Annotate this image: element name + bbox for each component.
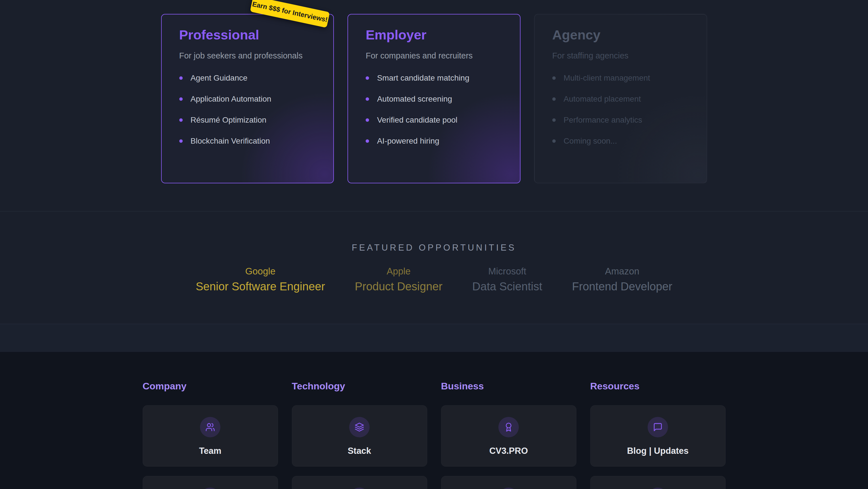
footer-column-company: Company Team xyxy=(143,381,278,467)
bullet-dot-icon xyxy=(179,139,183,143)
footer-card-label: Stack xyxy=(348,446,371,456)
footer-card-cv3pro[interactable]: CV3.PRO xyxy=(441,405,577,467)
icon-circle xyxy=(648,488,668,489)
plan-card-agency: Agency For staffing agencies Multi-clien… xyxy=(534,14,707,183)
feature-item: Automated screening xyxy=(366,95,502,103)
layers-icon xyxy=(354,422,364,432)
bullet-dot-icon xyxy=(366,139,369,143)
footer-column-heading: Company xyxy=(143,381,278,391)
feature-label: Automated screening xyxy=(377,95,452,103)
job-title: Product Designer xyxy=(355,281,442,292)
plans-row: Professional For job seekers and profess… xyxy=(161,14,707,183)
bullet-dot-icon xyxy=(552,97,556,101)
featured-job-amazon[interactable]: Amazon Frontend Developer xyxy=(572,266,673,292)
bullet-dot-icon xyxy=(179,97,183,101)
icon-circle xyxy=(200,488,220,489)
feature-label: Performance analytics xyxy=(564,116,642,124)
job-title: Data Scientist xyxy=(472,281,542,292)
site-footer: Company Team Technology xyxy=(0,352,868,489)
plan-feature-list: Agent Guidance Application Automation Ré… xyxy=(179,74,316,145)
footer-inner: Company Team Technology xyxy=(143,381,725,489)
feature-item: Verified candidate pool xyxy=(366,116,502,124)
featured-job-google[interactable]: Google Senior Software Engineer xyxy=(196,266,325,292)
feature-label: Multi-client management xyxy=(564,74,650,82)
feature-label: Verified candidate pool xyxy=(377,116,457,124)
footer-column-resources: Resources Blog | Updates xyxy=(590,381,725,467)
users-icon xyxy=(205,422,215,432)
featured-heading: FEATURED OPPORTUNITIES xyxy=(0,243,868,253)
footer-column-heading: Business xyxy=(441,381,577,391)
feature-item: Blockchain Verification xyxy=(179,137,316,145)
icon-circle xyxy=(498,417,519,437)
plan-title: Professional xyxy=(179,28,316,41)
footer-column-heading: Technology xyxy=(292,381,427,391)
icon-circle xyxy=(349,488,370,489)
plan-feature-list: Multi-client management Automated placem… xyxy=(552,74,689,145)
footer-card-partial[interactable] xyxy=(292,476,427,489)
footer-card-label: Blog | Updates xyxy=(627,446,688,456)
bullet-dot-icon xyxy=(552,76,556,80)
bullet-dot-icon xyxy=(552,118,556,122)
bullet-dot-icon xyxy=(366,118,369,122)
footer-column-technology: Technology Stack xyxy=(292,381,427,467)
plan-card-employer[interactable]: Employer For companies and recruiters Sm… xyxy=(347,14,521,183)
footer-grid-row2 xyxy=(143,476,725,489)
footer-card-team[interactable]: Team xyxy=(143,405,278,467)
feature-label: Application Automation xyxy=(191,95,272,103)
featured-row: Google Senior Software Engineer Apple Pr… xyxy=(0,266,868,292)
bullet-dot-icon xyxy=(366,76,369,80)
icon-circle xyxy=(200,417,220,437)
footer-column-business: Business CV3.PRO xyxy=(441,381,577,467)
feature-item: Agent Guidance xyxy=(179,74,316,82)
footer-grid: Company Team Technology xyxy=(143,381,725,467)
footer-card-partial[interactable] xyxy=(143,476,278,489)
plan-subtitle: For staffing agencies xyxy=(552,52,689,60)
job-title: Frontend Developer xyxy=(572,281,673,292)
icon-circle xyxy=(498,488,519,489)
footer-column-heading: Resources xyxy=(590,381,725,391)
feature-item: Smart candidate matching xyxy=(366,74,502,82)
plan-title: Employer xyxy=(366,28,502,41)
footer-card-label: CV3.PRO xyxy=(489,446,528,456)
feature-item: Résumé Optimization xyxy=(179,116,316,124)
feature-item: Performance analytics xyxy=(552,116,689,124)
award-icon xyxy=(504,422,514,432)
plan-title: Agency xyxy=(552,28,689,41)
company-name: Amazon xyxy=(572,266,673,276)
feature-label: AI-powered hiring xyxy=(377,137,439,145)
company-name: Apple xyxy=(355,266,442,276)
feature-item: Coming soon... xyxy=(552,137,689,145)
feature-label: Automated placement xyxy=(564,95,641,103)
feature-item: Automated placement xyxy=(552,95,689,103)
plan-subtitle: For job seekers and professionals xyxy=(179,52,316,60)
bullet-dot-icon xyxy=(366,97,369,101)
feature-label: Smart candidate matching xyxy=(377,74,469,82)
spacer-band xyxy=(0,324,868,352)
feature-label: Coming soon... xyxy=(564,137,617,145)
footer-card-stack[interactable]: Stack xyxy=(292,405,427,467)
plan-feature-list: Smart candidate matching Automated scree… xyxy=(366,74,502,145)
featured-job-apple[interactable]: Apple Product Designer xyxy=(355,266,442,292)
plans-section: Earn $$$ for Interviews! Professional Fo… xyxy=(0,0,868,211)
feature-item: Multi-client management xyxy=(552,74,689,82)
feature-label: Blockchain Verification xyxy=(191,137,270,145)
feature-item: AI-powered hiring xyxy=(366,137,502,145)
icon-circle xyxy=(648,417,668,437)
job-title: Senior Software Engineer xyxy=(196,281,325,292)
plan-card-professional[interactable]: Professional For job seekers and profess… xyxy=(161,14,334,183)
featured-opportunities-section: FEATURED OPPORTUNITIES Google Senior Sof… xyxy=(0,211,868,324)
plan-subtitle: For companies and recruiters xyxy=(366,52,502,60)
message-icon xyxy=(653,422,663,432)
footer-card-partial[interactable] xyxy=(590,476,725,489)
footer-card-partial[interactable] xyxy=(441,476,577,489)
footer-card-label: Team xyxy=(199,446,221,456)
feature-item: Application Automation xyxy=(179,95,316,103)
bullet-dot-icon xyxy=(179,118,183,122)
featured-job-microsoft[interactable]: Microsoft Data Scientist xyxy=(472,266,542,292)
bullet-dot-icon xyxy=(552,139,556,143)
company-name: Google xyxy=(196,266,325,276)
company-name: Microsoft xyxy=(472,266,542,276)
icon-circle xyxy=(349,417,370,437)
footer-card-blog[interactable]: Blog | Updates xyxy=(590,405,725,467)
feature-label: Agent Guidance xyxy=(191,74,248,82)
